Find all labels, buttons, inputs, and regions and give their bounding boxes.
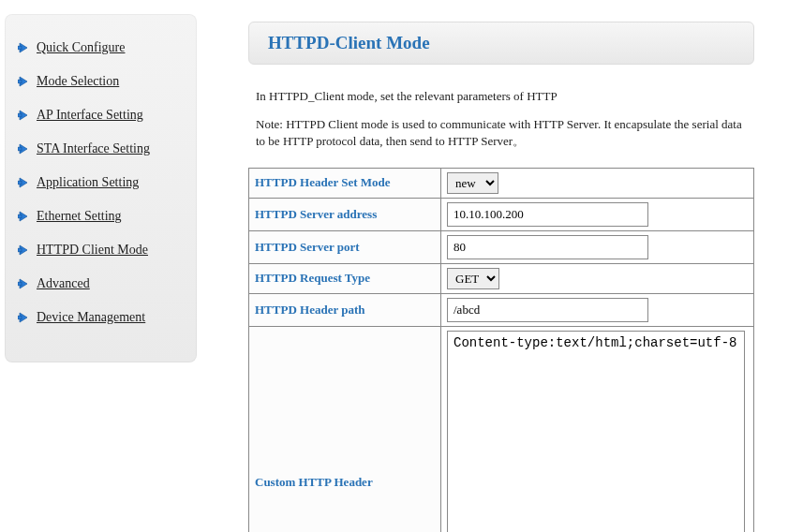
row-header-path: HTTPD Header path — [249, 293, 754, 326]
input-server-port[interactable] — [447, 235, 648, 259]
svg-rect-15 — [18, 282, 22, 286]
svg-rect-11 — [18, 214, 22, 218]
label-request-type: HTTPD Request Type — [249, 263, 441, 293]
select-header-set-mode[interactable]: new — [447, 172, 498, 194]
sidebar-item-label[interactable]: AP Interface Setting — [37, 108, 143, 123]
sidebar-item-advanced[interactable]: Advanced — [16, 267, 186, 301]
select-request-type[interactable]: GET — [447, 268, 499, 289]
sidebar-item-application-setting[interactable]: Application Setting — [16, 166, 186, 200]
svg-rect-13 — [18, 248, 22, 252]
sidebar-item-ethernet-setting[interactable]: Ethernet Setting — [16, 200, 186, 233]
arrow-right-icon — [18, 277, 31, 290]
arrow-right-icon — [18, 41, 31, 54]
row-header-set-mode: HTTPD Header Set Mode new — [249, 168, 754, 198]
label-custom-header: Custom HTTP Header — [249, 326, 441, 532]
intro-text: In HTTPD_Client mode, set the relevant p… — [256, 88, 747, 105]
sidebar-item-httpd-client-mode[interactable]: HTTPD Client Mode — [16, 233, 186, 267]
svg-rect-7 — [18, 147, 22, 151]
svg-rect-17 — [18, 316, 22, 319]
sidebar-item-ap-interface[interactable]: AP Interface Setting — [16, 98, 186, 132]
arrow-right-icon — [18, 75, 31, 88]
arrow-right-icon — [18, 311, 31, 324]
sidebar-item-quick-configure[interactable]: Quick Configure — [16, 31, 186, 65]
svg-rect-9 — [18, 181, 22, 185]
sidebar-item-label[interactable]: STA Interface Setting — [37, 141, 150, 156]
label-server-port: HTTPD Server port — [249, 230, 441, 263]
sidebar-item-label[interactable]: Ethernet Setting — [37, 209, 122, 224]
main-content: HTTPD-Client Mode In HTTPD_Client mode, … — [248, 14, 754, 532]
sidebar-item-label[interactable]: Application Setting — [37, 175, 139, 190]
row-server-port: HTTPD Server port — [249, 230, 754, 263]
sidebar-item-label[interactable]: Quick Configure — [37, 40, 125, 55]
config-table: HTTPD Header Set Mode new HTTPD Server a… — [248, 168, 754, 532]
label-header-set-mode: HTTPD Header Set Mode — [249, 168, 441, 198]
sidebar-item-label[interactable]: Advanced — [37, 276, 90, 291]
sidebar-item-label[interactable]: Device Management — [37, 310, 145, 325]
arrow-right-icon — [18, 210, 31, 223]
input-header-path[interactable] — [447, 298, 648, 322]
arrow-right-icon — [18, 142, 31, 155]
row-server-address: HTTPD Server address — [249, 198, 754, 230]
row-custom-header: Custom HTTP Header — [249, 326, 754, 532]
svg-rect-5 — [18, 113, 22, 117]
sidebar: Quick Configure Mode Selection AP Interf… — [5, 14, 197, 362]
arrow-right-icon — [18, 244, 31, 257]
sidebar-item-device-management[interactable]: Device Management — [16, 301, 186, 334]
label-header-path: HTTPD Header path — [249, 293, 441, 326]
sidebar-item-label[interactable]: HTTPD Client Mode — [37, 243, 148, 258]
note-text: Note: HTTPD Client mode is used to commu… — [256, 116, 747, 150]
input-server-address[interactable] — [447, 202, 648, 227]
title-bar: HTTPD-Client Mode — [248, 22, 754, 65]
arrow-right-icon — [18, 176, 31, 189]
sidebar-item-label[interactable]: Mode Selection — [37, 74, 119, 89]
sidebar-item-mode-selection[interactable]: Mode Selection — [16, 65, 186, 98]
label-server-address: HTTPD Server address — [249, 198, 441, 230]
svg-rect-3 — [18, 80, 22, 83]
textarea-custom-header[interactable] — [447, 331, 745, 532]
arrow-right-icon — [18, 109, 31, 122]
sidebar-item-sta-interface[interactable]: STA Interface Setting — [16, 132, 186, 166]
row-request-type: HTTPD Request Type GET — [249, 263, 754, 293]
page-title: HTTPD-Client Mode — [268, 33, 735, 53]
svg-rect-1 — [18, 46, 22, 50]
